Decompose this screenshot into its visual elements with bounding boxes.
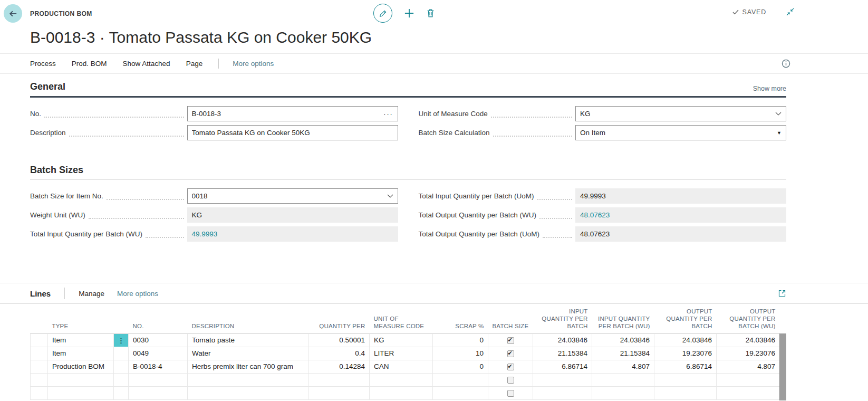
cell-batch-size[interactable] bbox=[488, 333, 533, 347]
cell-uom[interactable]: CAN bbox=[370, 360, 433, 373]
cell-description[interactable]: Tomato paste bbox=[188, 333, 309, 347]
menu-page[interactable]: Page bbox=[186, 60, 203, 68]
cell-quantity-per[interactable]: 0.50001 bbox=[309, 333, 370, 347]
row-selector-cell[interactable] bbox=[31, 360, 48, 373]
description-input[interactable]: Tomato Passata KG on Cooker 50KG bbox=[187, 125, 398, 140]
cell-scrap[interactable] bbox=[433, 373, 488, 386]
cell-batch-size[interactable] bbox=[488, 386, 533, 399]
cell-no[interactable] bbox=[129, 373, 188, 386]
row-options-icon[interactable] bbox=[114, 333, 129, 347]
edit-button[interactable] bbox=[373, 4, 392, 23]
row-options-cell[interactable] bbox=[114, 386, 129, 399]
chevron-down-icon[interactable] bbox=[387, 194, 393, 198]
menu-more-options[interactable]: More options bbox=[233, 60, 274, 68]
cell-batch-size[interactable] bbox=[488, 373, 533, 386]
batch-size-checkbox[interactable] bbox=[507, 390, 514, 397]
row-options-cell[interactable] bbox=[114, 360, 129, 373]
cell-type[interactable] bbox=[48, 386, 114, 399]
batch-size-checkbox[interactable] bbox=[507, 364, 514, 370]
cell-input-qty-wu[interactable] bbox=[592, 373, 654, 386]
cell-output-qty-wu[interactable]: 24.03846 bbox=[717, 333, 780, 347]
col-header-output-qty-wu[interactable]: OUTPUT QUANTITY PER BATCH (WU) bbox=[717, 304, 780, 333]
row-selector-cell[interactable] bbox=[31, 347, 48, 360]
batch-size-checkbox[interactable] bbox=[507, 350, 514, 357]
col-header-no[interactable]: NO. bbox=[129, 304, 188, 333]
new-button[interactable] bbox=[404, 8, 414, 18]
show-more-link[interactable]: Show more bbox=[753, 85, 786, 92]
col-header-type[interactable]: TYPE bbox=[48, 304, 114, 333]
cell-output-qty[interactable] bbox=[654, 386, 717, 399]
assist-edit-icon[interactable] bbox=[383, 112, 393, 116]
cell-input-qty-wu[interactable]: 4.807 bbox=[592, 360, 654, 373]
uom-input[interactable]: KG bbox=[575, 106, 786, 121]
col-header-input-qty-wu[interactable]: INPUT QUANTITY PER BATCH (WU) bbox=[592, 304, 654, 333]
cell-scrap[interactable] bbox=[433, 386, 488, 399]
cell-input-qty[interactable]: 6.86714 bbox=[533, 360, 592, 373]
cell-uom[interactable]: KG bbox=[370, 333, 433, 347]
row-selector-cell[interactable] bbox=[31, 373, 48, 386]
cell-output-qty[interactable] bbox=[654, 373, 717, 386]
table-row[interactable] bbox=[31, 373, 780, 386]
menu-show-attached[interactable]: Show Attached bbox=[123, 60, 170, 68]
back-button[interactable] bbox=[4, 4, 22, 23]
row-selector-cell[interactable] bbox=[31, 386, 48, 399]
col-header-input-qty[interactable]: INPUT QUANTITY PER BATCH bbox=[533, 304, 592, 333]
cell-output-qty[interactable]: 6.86714 bbox=[654, 360, 717, 373]
cell-input-qty[interactable] bbox=[533, 386, 592, 399]
cell-no[interactable]: 0049 bbox=[129, 347, 188, 360]
popout-button[interactable] bbox=[778, 289, 786, 298]
cell-output-qty-wu[interactable] bbox=[717, 386, 780, 399]
table-row[interactable]: Item 0049 Water 0.4 LITER 10 21.15384 21… bbox=[31, 347, 780, 360]
cell-type[interactable] bbox=[48, 373, 114, 386]
table-row[interactable] bbox=[31, 386, 780, 399]
cell-type[interactable]: Item bbox=[48, 333, 114, 347]
output-wu-field[interactable]: 48.07623 bbox=[575, 207, 786, 223]
batch-size-checkbox[interactable] bbox=[507, 337, 514, 344]
cell-description[interactable] bbox=[188, 386, 309, 399]
delete-button[interactable] bbox=[426, 8, 435, 18]
lines-more-options[interactable]: More options bbox=[117, 290, 158, 298]
menu-prod-bom[interactable]: Prod. BOM bbox=[72, 60, 107, 68]
cell-uom[interactable]: LITER bbox=[370, 347, 433, 360]
cell-description[interactable]: Water bbox=[188, 347, 309, 360]
cell-type[interactable]: Item bbox=[48, 347, 114, 360]
menu-process[interactable]: Process bbox=[30, 60, 56, 68]
cell-output-qty-wu[interactable]: 4.807 bbox=[717, 360, 780, 373]
cell-input-qty[interactable]: 21.15384 bbox=[533, 347, 592, 360]
batch-size-checkbox[interactable] bbox=[507, 377, 514, 384]
lines-manage-menu[interactable]: Manage bbox=[79, 290, 104, 298]
cell-input-qty-wu[interactable]: 24.03846 bbox=[592, 333, 654, 347]
cell-description[interactable]: Herbs premix liter can 700 gram bbox=[188, 360, 309, 373]
cell-output-qty[interactable]: 19.23076 bbox=[654, 347, 717, 360]
col-header-quantity-per[interactable]: QUANTITY PER bbox=[309, 304, 370, 333]
cell-uom[interactable] bbox=[370, 373, 433, 386]
collapse-button[interactable] bbox=[786, 8, 794, 16]
col-header-scrap[interactable]: SCRAP % bbox=[433, 304, 488, 333]
batch-calc-select[interactable]: On Item bbox=[575, 125, 786, 140]
cell-quantity-per[interactable] bbox=[309, 386, 370, 399]
cell-batch-size[interactable] bbox=[488, 360, 533, 373]
cell-input-qty[interactable]: 24.03846 bbox=[533, 333, 592, 347]
input-wu-field[interactable]: 49.9993 bbox=[187, 226, 398, 242]
cell-no[interactable]: 0030 bbox=[129, 333, 188, 347]
cell-batch-size[interactable] bbox=[488, 347, 533, 360]
batch-item-input[interactable]: 0018 bbox=[187, 188, 398, 204]
cell-type[interactable]: Production BOM bbox=[48, 360, 114, 373]
row-options-cell[interactable] bbox=[114, 347, 129, 360]
info-button[interactable] bbox=[782, 59, 790, 68]
col-header-uom-code[interactable]: UNIT OF MEASURE CODE bbox=[370, 304, 433, 333]
col-header-description[interactable]: DESCRIPTION bbox=[188, 304, 309, 333]
vertical-scrollbar[interactable] bbox=[779, 333, 786, 400]
no-input[interactable]: B-0018-3 bbox=[187, 106, 398, 121]
row-selector-cell[interactable] bbox=[31, 333, 48, 347]
cell-quantity-per[interactable]: 0.14284 bbox=[309, 360, 370, 373]
cell-output-qty[interactable]: 24.03846 bbox=[654, 333, 717, 347]
cell-scrap[interactable]: 0 bbox=[433, 360, 488, 373]
table-row[interactable]: Item 0030 Tomato paste 0.50001 KG 0 24.0… bbox=[31, 333, 780, 347]
cell-no[interactable] bbox=[129, 386, 188, 399]
cell-description[interactable] bbox=[188, 373, 309, 386]
table-row[interactable]: Production BOM B-0018-4 Herbs premix lit… bbox=[31, 360, 780, 373]
col-header-output-qty[interactable]: OUTPUT QUANTITY PER BATCH bbox=[654, 304, 717, 333]
col-header-batch-size[interactable]: BATCH SIZE bbox=[488, 304, 533, 333]
cell-uom[interactable] bbox=[370, 386, 433, 399]
